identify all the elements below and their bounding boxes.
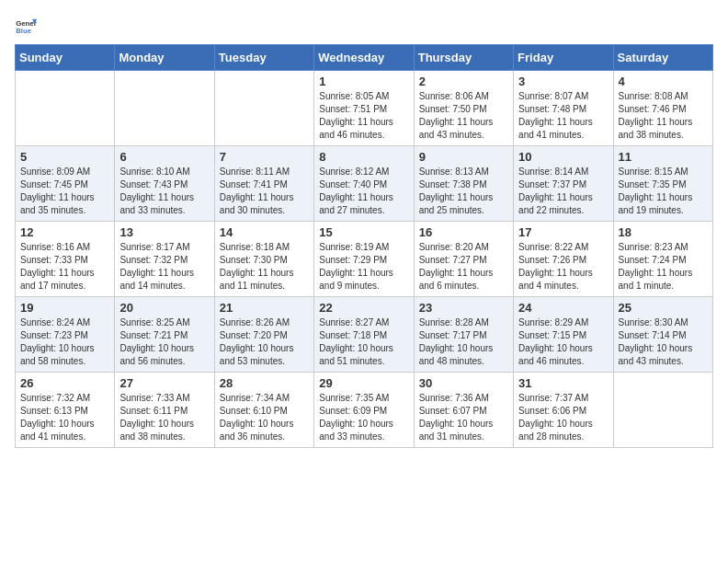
day-info: Sunrise: 8:26 AM Sunset: 7:20 PM Dayligh… — [220, 316, 309, 368]
day-info: Sunrise: 8:08 AM Sunset: 7:46 PM Dayligh… — [619, 90, 708, 142]
day-number: 9 — [419, 150, 508, 164]
calendar-cell: 30Sunrise: 7:36 AM Sunset: 6:07 PM Dayli… — [414, 373, 513, 448]
day-info: Sunrise: 8:20 AM Sunset: 7:27 PM Dayligh… — [419, 241, 508, 293]
calendar-week-row: 12Sunrise: 8:16 AM Sunset: 7:33 PM Dayli… — [16, 222, 713, 297]
day-number: 23 — [419, 301, 508, 315]
day-info: Sunrise: 8:05 AM Sunset: 7:51 PM Dayligh… — [319, 90, 408, 142]
weekday-header-monday: Monday — [115, 45, 214, 71]
calendar-cell: 8Sunrise: 8:12 AM Sunset: 7:40 PM Daylig… — [314, 146, 414, 222]
day-info: Sunrise: 8:22 AM Sunset: 7:26 PM Dayligh… — [518, 241, 608, 293]
calendar-cell — [613, 373, 712, 448]
day-info: Sunrise: 8:19 AM Sunset: 7:29 PM Dayligh… — [319, 241, 408, 293]
day-number: 22 — [319, 301, 408, 315]
day-info: Sunrise: 7:32 AM Sunset: 6:13 PM Dayligh… — [20, 392, 109, 443]
day-number: 3 — [518, 75, 608, 88]
day-info: Sunrise: 7:35 AM Sunset: 6:09 PM Dayligh… — [319, 392, 408, 443]
calendar-cell: 7Sunrise: 8:11 AM Sunset: 7:41 PM Daylig… — [214, 146, 313, 222]
calendar-cell: 13Sunrise: 8:17 AM Sunset: 7:32 PM Dayli… — [115, 222, 214, 297]
calendar-cell: 16Sunrise: 8:20 AM Sunset: 7:27 PM Dayli… — [414, 222, 513, 297]
calendar-cell — [16, 71, 115, 146]
day-info: Sunrise: 8:29 AM Sunset: 7:15 PM Dayligh… — [518, 316, 608, 368]
day-number: 7 — [220, 150, 309, 164]
weekday-header-row: SundayMondayTuesdayWednesdayThursdayFrid… — [16, 45, 713, 71]
day-number: 14 — [220, 225, 309, 239]
day-info: Sunrise: 7:34 AM Sunset: 6:10 PM Dayligh… — [220, 392, 309, 443]
day-info: Sunrise: 8:17 AM Sunset: 7:32 PM Dayligh… — [119, 241, 209, 293]
logo-icon: General Blue — [15, 15, 37, 37]
day-number: 29 — [319, 376, 408, 390]
day-info: Sunrise: 8:27 AM Sunset: 7:18 PM Dayligh… — [319, 316, 408, 368]
svg-text:Blue: Blue — [16, 27, 32, 35]
day-info: Sunrise: 7:37 AM Sunset: 6:06 PM Dayligh… — [518, 392, 608, 443]
calendar-cell: 9Sunrise: 8:13 AM Sunset: 7:38 PM Daylig… — [414, 146, 513, 222]
day-info: Sunrise: 8:23 AM Sunset: 7:24 PM Dayligh… — [619, 241, 708, 293]
calendar-cell: 11Sunrise: 8:15 AM Sunset: 7:35 PM Dayli… — [613, 146, 712, 222]
day-number: 31 — [518, 376, 608, 390]
calendar-cell: 15Sunrise: 8:19 AM Sunset: 7:29 PM Dayli… — [314, 222, 414, 297]
day-number: 11 — [619, 150, 708, 164]
day-number: 19 — [20, 301, 109, 315]
day-info: Sunrise: 8:30 AM Sunset: 7:14 PM Dayligh… — [619, 316, 708, 368]
day-info: Sunrise: 8:09 AM Sunset: 7:45 PM Dayligh… — [20, 166, 109, 217]
calendar-cell: 18Sunrise: 8:23 AM Sunset: 7:24 PM Dayli… — [613, 222, 712, 297]
day-number: 16 — [419, 225, 508, 239]
calendar-cell: 3Sunrise: 8:07 AM Sunset: 7:48 PM Daylig… — [514, 71, 613, 146]
day-info: Sunrise: 8:25 AM Sunset: 7:21 PM Dayligh… — [119, 316, 209, 368]
weekday-header-friday: Friday — [514, 45, 613, 71]
day-info: Sunrise: 8:15 AM Sunset: 7:35 PM Dayligh… — [619, 166, 708, 217]
day-number: 5 — [20, 150, 109, 164]
calendar-cell: 28Sunrise: 7:34 AM Sunset: 6:10 PM Dayli… — [214, 373, 313, 448]
calendar-cell: 10Sunrise: 8:14 AM Sunset: 7:37 PM Dayli… — [514, 146, 613, 222]
day-number: 12 — [20, 225, 109, 239]
calendar-cell: 17Sunrise: 8:22 AM Sunset: 7:26 PM Dayli… — [514, 222, 613, 297]
calendar-cell: 22Sunrise: 8:27 AM Sunset: 7:18 PM Dayli… — [314, 297, 414, 373]
weekday-header-tuesday: Tuesday — [214, 45, 313, 71]
day-number: 18 — [619, 225, 708, 239]
day-number: 17 — [518, 225, 608, 239]
calendar-cell: 21Sunrise: 8:26 AM Sunset: 7:20 PM Dayli… — [214, 297, 313, 373]
calendar-cell: 6Sunrise: 8:10 AM Sunset: 7:43 PM Daylig… — [115, 146, 214, 222]
day-number: 6 — [119, 150, 209, 164]
day-number: 4 — [619, 75, 708, 88]
calendar-cell: 1Sunrise: 8:05 AM Sunset: 7:51 PM Daylig… — [314, 71, 414, 146]
day-number: 15 — [319, 225, 408, 239]
weekday-header-saturday: Saturday — [613, 45, 712, 71]
day-info: Sunrise: 8:18 AM Sunset: 7:30 PM Dayligh… — [220, 241, 309, 293]
calendar-cell — [115, 71, 214, 146]
day-info: Sunrise: 8:12 AM Sunset: 7:40 PM Dayligh… — [319, 166, 408, 217]
day-info: Sunrise: 8:07 AM Sunset: 7:48 PM Dayligh… — [518, 90, 608, 142]
logo: General Blue — [15, 15, 37, 37]
calendar-cell: 29Sunrise: 7:35 AM Sunset: 6:09 PM Dayli… — [314, 373, 414, 448]
calendar-cell: 26Sunrise: 7:32 AM Sunset: 6:13 PM Dayli… — [16, 373, 115, 448]
day-number: 13 — [119, 225, 209, 239]
day-number: 27 — [119, 376, 209, 390]
calendar-cell: 24Sunrise: 8:29 AM Sunset: 7:15 PM Dayli… — [514, 297, 613, 373]
calendar-week-row: 5Sunrise: 8:09 AM Sunset: 7:45 PM Daylig… — [16, 146, 713, 222]
calendar-cell — [214, 71, 313, 146]
day-number: 25 — [619, 301, 708, 315]
day-info: Sunrise: 7:36 AM Sunset: 6:07 PM Dayligh… — [419, 392, 508, 443]
calendar-cell: 14Sunrise: 8:18 AM Sunset: 7:30 PM Dayli… — [214, 222, 313, 297]
calendar-cell: 20Sunrise: 8:25 AM Sunset: 7:21 PM Dayli… — [115, 297, 214, 373]
calendar-table: SundayMondayTuesdayWednesdayThursdayFrid… — [15, 44, 713, 448]
day-number: 20 — [119, 301, 209, 315]
day-number: 28 — [220, 376, 309, 390]
day-info: Sunrise: 8:06 AM Sunset: 7:50 PM Dayligh… — [419, 90, 508, 142]
day-number: 24 — [518, 301, 608, 315]
calendar-cell: 27Sunrise: 7:33 AM Sunset: 6:11 PM Dayli… — [115, 373, 214, 448]
weekday-header-wednesday: Wednesday — [314, 45, 414, 71]
day-info: Sunrise: 8:14 AM Sunset: 7:37 PM Dayligh… — [518, 166, 608, 217]
day-number: 10 — [518, 150, 608, 164]
day-number: 8 — [319, 150, 408, 164]
day-info: Sunrise: 8:16 AM Sunset: 7:33 PM Dayligh… — [20, 241, 109, 293]
weekday-header-thursday: Thursday — [414, 45, 513, 71]
day-number: 26 — [20, 376, 109, 390]
weekday-header-sunday: Sunday — [16, 45, 115, 71]
day-number: 21 — [220, 301, 309, 315]
day-info: Sunrise: 7:33 AM Sunset: 6:11 PM Dayligh… — [119, 392, 209, 443]
calendar-cell: 2Sunrise: 8:06 AM Sunset: 7:50 PM Daylig… — [414, 71, 513, 146]
day-number: 1 — [319, 75, 408, 88]
day-info: Sunrise: 8:11 AM Sunset: 7:41 PM Dayligh… — [220, 166, 309, 217]
day-number: 30 — [419, 376, 508, 390]
calendar-cell: 25Sunrise: 8:30 AM Sunset: 7:14 PM Dayli… — [613, 297, 712, 373]
